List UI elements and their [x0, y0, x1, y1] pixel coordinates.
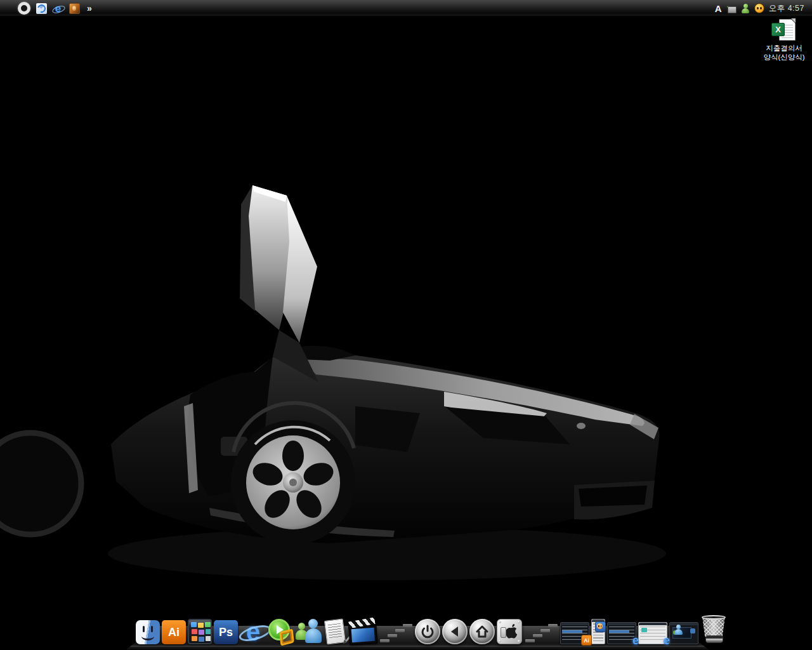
- back-triangle-icon: [449, 625, 461, 638]
- window-titlebar: [639, 623, 667, 625]
- person-head: [743, 4, 748, 8]
- photoshop-icon[interactable]: Ps: [214, 620, 238, 644]
- metal-clip: [501, 627, 506, 638]
- internet-explorer-dock-icon[interactable]: e: [240, 619, 266, 644]
- finder-eye: [151, 626, 153, 632]
- oe-swoosh: [36, 3, 48, 14]
- ie-badge: e: [632, 635, 639, 646]
- minimized-window-media[interactable]: [669, 622, 698, 644]
- power-icon: [421, 625, 435, 639]
- picture-viewer-icon[interactable]: [69, 3, 80, 14]
- excel-x-badge: X: [771, 23, 785, 36]
- clapper-image: [351, 628, 375, 642]
- excel-document-icon: X: [771, 19, 797, 42]
- app-chip: [199, 630, 204, 635]
- office-logo: [279, 628, 294, 646]
- app-chip: [199, 637, 204, 642]
- picture-figure: [72, 6, 76, 11]
- app-chip: [192, 636, 197, 641]
- photoshop-label: Ps: [219, 626, 233, 639]
- outlook-express-icon[interactable]: [36, 3, 47, 14]
- device-card: [728, 6, 737, 13]
- illustrator-label: Ai: [168, 626, 180, 639]
- msn-blue-person: [308, 619, 318, 628]
- box-shine: [189, 620, 211, 627]
- illustrator-icon[interactable]: Ai: [162, 620, 186, 644]
- desktop-screen: e » A 오후 4:57: [0, 0, 812, 650]
- webpage-image: [641, 628, 647, 632]
- person-head: [676, 625, 681, 629]
- dock-front-lip: [126, 646, 709, 647]
- label-line-2: 양식(신양식): [759, 53, 809, 62]
- ie-badge: e: [664, 635, 670, 646]
- wallpaper-car-image: [0, 0, 812, 650]
- minimized-window-ie-2[interactable]: e: [638, 622, 667, 644]
- person-body: [742, 8, 749, 13]
- app-chip: [206, 629, 211, 634]
- screw: [499, 640, 501, 642]
- movie-clapper-icon[interactable]: [348, 620, 378, 646]
- document-lines: [328, 623, 343, 639]
- trash-rim: [702, 615, 726, 620]
- screw: [499, 621, 501, 623]
- minimized-window-illustrator[interactable]: Ai: [560, 622, 589, 644]
- ime-indicator[interactable]: A: [715, 3, 722, 14]
- msn-blue-person: [305, 628, 322, 643]
- messenger-character-badge: [595, 621, 606, 632]
- dock-separator-steps: [524, 624, 558, 644]
- character-face: [597, 623, 603, 629]
- finder-icon[interactable]: [136, 620, 160, 644]
- minimized-window-messenger[interactable]: [591, 619, 605, 644]
- illustrator-badge: Ai: [581, 635, 592, 646]
- window-titlebar: [608, 623, 636, 625]
- screw: [518, 640, 520, 642]
- trash-base: [705, 635, 723, 643]
- app-box-stack-icon[interactable]: [188, 619, 212, 644]
- internet-explorer-icon[interactable]: e: [53, 3, 63, 14]
- apple-box-icon[interactable]: [497, 619, 522, 644]
- top-menu-bar: e » A 오후 4:57: [0, 0, 812, 17]
- dock: Ai Ps e: [136, 615, 727, 644]
- tray-clock: 오후 4:57: [769, 3, 807, 14]
- page-fold: [791, 19, 796, 23]
- smiley-tray-icon[interactable]: [754, 3, 764, 13]
- back-button[interactable]: [442, 619, 468, 644]
- video-control: [690, 628, 695, 633]
- messenger-tray-icon[interactable]: [741, 4, 750, 13]
- desktop-icon-excel-form[interactable]: X 지출결의서 양식(신양식): [759, 19, 809, 62]
- smiley-eye: [760, 7, 762, 10]
- system-tray: A 오후 4:57: [715, 3, 807, 14]
- finder-eye: [143, 626, 145, 632]
- person-body: [674, 629, 683, 635]
- apple-logo: [504, 623, 518, 640]
- trash-icon[interactable]: [700, 615, 727, 644]
- label-line-1: 지출결의서: [759, 44, 809, 53]
- safely-remove-hardware-icon[interactable]: [726, 4, 737, 13]
- text-document-icon[interactable]: [324, 619, 347, 644]
- msn-messenger-icon[interactable]: [296, 619, 322, 644]
- power-button[interactable]: [415, 619, 440, 644]
- menu-bar-launch-icons: e »: [18, 2, 93, 15]
- msn-green-person: [298, 623, 305, 630]
- media-player-office-icon[interactable]: [268, 619, 294, 644]
- minimized-window-ie-1[interactable]: e: [607, 622, 636, 644]
- home-button[interactable]: [469, 619, 495, 644]
- window-selection-row: [609, 630, 629, 633]
- messenger-person-badge: [673, 625, 683, 635]
- overflow-chevron[interactable]: »: [87, 3, 93, 13]
- app-chip: [192, 629, 197, 634]
- home-icon: [475, 625, 489, 639]
- finder-smile: [141, 632, 154, 640]
- screw: [518, 621, 520, 623]
- smiley-eye: [757, 7, 759, 10]
- dock-separator-steps: [379, 624, 413, 644]
- app-chip: [206, 636, 211, 641]
- ie-orbit: [51, 4, 66, 15]
- launcher-ring-icon[interactable]: [18, 2, 30, 15]
- window-titlebar: [561, 623, 589, 625]
- desktop-icon-label: 지출결의서 양식(신양식): [759, 44, 809, 62]
- window-content: [609, 627, 634, 642]
- window-selection-row: [562, 630, 582, 633]
